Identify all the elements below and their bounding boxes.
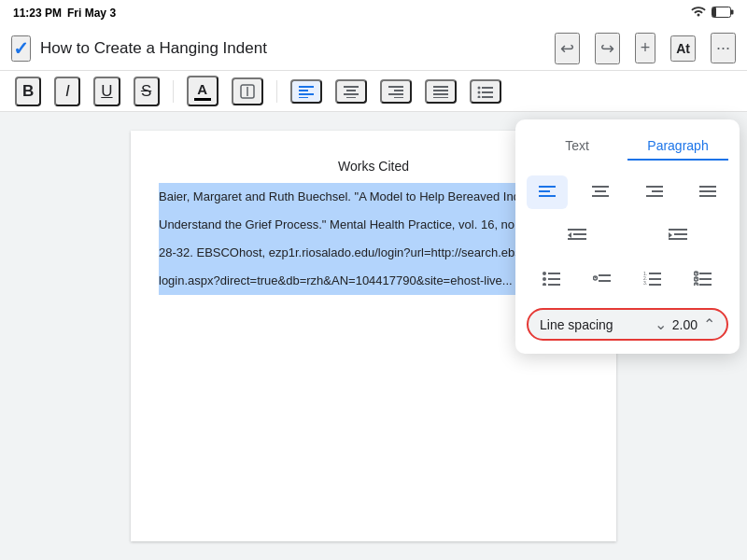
font-color-button[interactable]: A xyxy=(187,76,218,106)
list-button[interactable] xyxy=(470,79,501,104)
popup-align-right-button[interactable] xyxy=(634,175,675,209)
list-timer-1-button[interactable] xyxy=(582,261,623,295)
format-toolbar: B I U S A xyxy=(0,71,747,112)
time: 11:23 PM xyxy=(13,7,62,20)
undo-button[interactable]: ↩ xyxy=(555,33,580,64)
align-left-icon xyxy=(298,85,315,98)
list-ordered-icon: 1. 2. 3. xyxy=(643,271,662,286)
svg-marker-46 xyxy=(669,232,672,238)
svg-point-51 xyxy=(543,283,546,286)
checkmark-button[interactable]: ✓ xyxy=(11,35,31,62)
align-center-icon xyxy=(343,85,359,98)
redo-button[interactable]: ↪ xyxy=(595,33,620,64)
indent-increase-button[interactable] xyxy=(657,218,698,252)
highlight-icon xyxy=(239,83,256,100)
indent-decrease-button[interactable] xyxy=(557,218,598,252)
status-left: 11:23 PM Fri May 3 xyxy=(13,7,116,20)
popup-tabs: Text Paragraph xyxy=(527,133,728,162)
justify-button[interactable] xyxy=(425,79,457,104)
justify-icon xyxy=(432,85,449,98)
main-area: Works Cited Baier, Margaret and Ruth Bue… xyxy=(0,112,747,560)
svg-rect-2 xyxy=(731,10,734,15)
align-right-icon xyxy=(388,85,404,98)
popup-align-left-button[interactable] xyxy=(527,175,568,209)
popup-align-left-icon xyxy=(538,185,557,200)
tab-paragraph[interactable]: Paragraph xyxy=(627,133,728,161)
popup-panel: Text Paragraph xyxy=(515,119,740,354)
separator-1 xyxy=(173,80,174,103)
popup-align-center-icon xyxy=(591,185,610,200)
svg-rect-1 xyxy=(712,7,716,17)
align-center-button[interactable] xyxy=(335,79,367,104)
line-spacing-value: 2.00 xyxy=(672,317,698,332)
separator-2 xyxy=(276,80,277,103)
at-button[interactable]: At xyxy=(670,35,696,62)
popup-justify-icon xyxy=(698,185,717,200)
strikethrough-button[interactable]: S xyxy=(134,77,160,106)
list-unordered-button[interactable] xyxy=(531,261,572,295)
font-color-a: A xyxy=(194,81,211,101)
line-spacing-up-chevron[interactable]: ⌃ xyxy=(703,315,715,333)
list-timer-1-icon xyxy=(593,271,612,286)
add-button[interactable]: + xyxy=(635,33,656,63)
indent-row xyxy=(527,218,728,252)
line-spacing-label: Line spacing xyxy=(540,317,655,332)
align-left-button[interactable] xyxy=(290,79,322,104)
document-title: How to Create a Hanging Indent xyxy=(40,39,545,58)
svg-point-21 xyxy=(477,86,480,89)
line-spacing-row: Line spacing ⌄ 2.00 ⌃ xyxy=(527,308,728,341)
svg-point-47 xyxy=(543,272,546,275)
wifi-icon xyxy=(691,7,706,20)
toolbar-right: ↩ ↪ + At ··· xyxy=(555,33,736,64)
popup-justify-button[interactable] xyxy=(687,175,728,209)
status-bar: 11:23 PM Fri May 3 xyxy=(0,0,747,26)
date: Fri May 3 xyxy=(67,7,116,20)
align-row xyxy=(527,175,728,209)
svg-text:3.: 3. xyxy=(643,280,647,286)
color-underline xyxy=(194,98,211,101)
status-right xyxy=(691,7,734,20)
list-timer-2-button[interactable] xyxy=(683,261,724,295)
svg-point-25 xyxy=(477,95,480,98)
svg-point-23 xyxy=(477,91,480,93)
underline-button[interactable]: U xyxy=(93,77,120,106)
popup-align-center-button[interactable] xyxy=(580,175,621,209)
list-unordered-icon xyxy=(543,271,561,286)
popup-align-right-icon xyxy=(645,185,664,200)
list-row: 1. 2. 3. xyxy=(527,261,728,295)
more-button[interactable]: ··· xyxy=(711,33,736,63)
svg-point-49 xyxy=(543,277,546,281)
svg-marker-42 xyxy=(568,232,571,238)
italic-button[interactable]: I xyxy=(54,77,80,106)
list-timer-2-icon xyxy=(694,271,712,286)
top-toolbar: ✓ How to Create a Hanging Indent ↩ ↪ + A… xyxy=(0,26,747,71)
battery-icon xyxy=(712,7,734,20)
list-icon xyxy=(477,85,494,98)
highlight-button[interactable] xyxy=(232,77,263,105)
indent-increase-icon xyxy=(668,228,688,243)
align-right-button[interactable] xyxy=(380,79,412,104)
line-spacing-down-chevron[interactable]: ⌄ xyxy=(655,315,667,333)
indent-decrease-icon xyxy=(567,228,587,243)
line-spacing-controls: ⌄ 2.00 ⌃ xyxy=(655,315,715,333)
tab-text[interactable]: Text xyxy=(527,133,627,161)
bold-button[interactable]: B xyxy=(15,77,41,106)
list-ordered-button[interactable]: 1. 2. 3. xyxy=(632,261,673,295)
